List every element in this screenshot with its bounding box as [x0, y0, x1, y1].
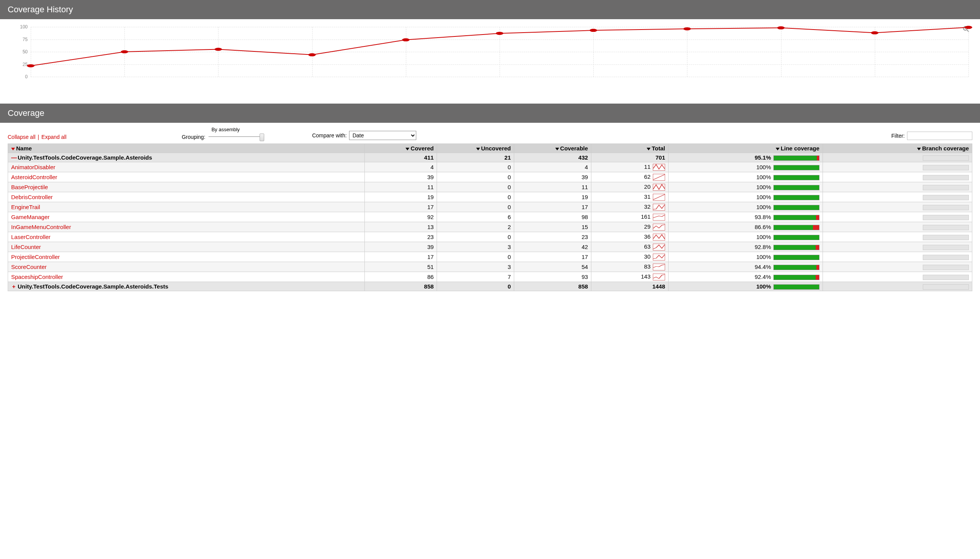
- class-link[interactable]: SpaceshipController: [11, 274, 63, 280]
- cell-branch-coverage: [822, 202, 972, 212]
- branch-bar: [923, 195, 969, 200]
- cell-covered: 19: [365, 192, 437, 202]
- cell-covered: 86: [365, 272, 437, 282]
- cell-uncovered: 0: [437, 282, 514, 291]
- svg-point-9: [871, 31, 879, 35]
- cell-uncovered: 0: [437, 162, 514, 172]
- svg-point-8: [777, 26, 785, 30]
- cell-line-coverage: 92.8%: [668, 242, 823, 252]
- col-uncovered[interactable]: Uncovered: [437, 144, 514, 153]
- class-row: ScoreCounter513548394.4%: [8, 262, 972, 272]
- class-link[interactable]: EngineTrail: [11, 204, 40, 210]
- y-tick-label: 0: [25, 74, 28, 79]
- filter-input[interactable]: [907, 132, 972, 140]
- cell-covered: 92: [365, 212, 437, 222]
- branch-bar: [923, 235, 969, 240]
- compare-select[interactable]: Date: [349, 131, 416, 140]
- grouping-slider[interactable]: [209, 133, 262, 140]
- sparkline: [653, 204, 665, 211]
- sparkline: [653, 254, 665, 261]
- cell-branch-coverage: [822, 182, 972, 192]
- grouping-label: Grouping:: [182, 134, 205, 140]
- cell-covered: 23: [365, 232, 437, 242]
- cell-line-coverage: 94.4%: [668, 262, 823, 272]
- cell-branch-coverage: [822, 242, 972, 252]
- collapse-expand-links: Collapse all | Expand all: [8, 134, 66, 140]
- cell-total: 701: [591, 153, 668, 162]
- cell-coverable: 432: [514, 153, 591, 162]
- cell-covered: 39: [365, 242, 437, 252]
- class-link[interactable]: AsteroidController: [11, 174, 57, 180]
- branch-bar: [923, 215, 969, 220]
- branch-bar: [923, 275, 969, 280]
- col-total[interactable]: Total: [591, 144, 668, 153]
- col-coverable[interactable]: Coverable: [514, 144, 591, 153]
- branch-bar: [923, 155, 969, 161]
- col-name[interactable]: Name: [8, 144, 365, 153]
- sparkline: [653, 164, 665, 171]
- coverage-bar: [773, 175, 819, 180]
- expander-icon[interactable]: —: [11, 154, 17, 161]
- cell-branch-coverage: [822, 162, 972, 172]
- cell-uncovered: 21: [437, 153, 514, 162]
- class-link[interactable]: BaseProjectile: [11, 184, 48, 190]
- class-link[interactable]: LaserController: [11, 234, 51, 240]
- svg-point-4: [402, 38, 410, 41]
- class-row: DebrisController1901931100%: [8, 192, 972, 202]
- coverage-bar: [773, 165, 819, 170]
- assembly-name: Unity.TestTools.CodeCoverage.Sample.Aste…: [18, 283, 168, 289]
- class-link[interactable]: DebrisController: [11, 194, 53, 200]
- cell-covered: 4: [365, 162, 437, 172]
- sparkline: [653, 234, 665, 241]
- class-link[interactable]: GameManager: [11, 214, 50, 220]
- col-branch-coverage[interactable]: Branch coverage: [822, 144, 972, 153]
- col-covered[interactable]: Covered: [365, 144, 437, 153]
- cell-line-coverage: 100%: [668, 172, 823, 182]
- col-line-coverage[interactable]: Line coverage: [668, 144, 823, 153]
- sparkline: [653, 174, 665, 181]
- cell-line-coverage: 100%: [668, 232, 823, 242]
- cell-branch-coverage: [822, 252, 972, 262]
- cell-covered: 411: [365, 153, 437, 162]
- cell-coverable: 17: [514, 252, 591, 262]
- class-link[interactable]: LifeCounter: [11, 244, 41, 250]
- cell-line-coverage: 100%: [668, 252, 823, 262]
- cell-line-coverage: 100%: [668, 202, 823, 212]
- cell-covered: 13: [365, 222, 437, 232]
- expander-icon[interactable]: +: [11, 283, 17, 289]
- sparkline: [653, 264, 665, 271]
- cell-total: 1448: [591, 282, 668, 291]
- class-row: LifeCounter393426392.8%: [8, 242, 972, 252]
- cell-line-coverage: 92.4%: [668, 272, 823, 282]
- coverage-bar: [773, 185, 819, 190]
- class-link[interactable]: ProjectileController: [11, 254, 60, 260]
- cell-total: 30: [591, 252, 668, 262]
- class-row: ProjectileController1701730100%: [8, 252, 972, 262]
- coverage-bar: [773, 265, 819, 270]
- collapse-all-link[interactable]: Collapse all: [8, 134, 35, 140]
- class-row: AsteroidController3903962100%: [8, 172, 972, 182]
- cell-coverable: 15: [514, 222, 591, 232]
- cell-uncovered: 2: [437, 222, 514, 232]
- cell-total: 143: [591, 272, 668, 282]
- branch-bar: [923, 225, 969, 230]
- coverage-table: Name Covered Uncovered Coverable Total L…: [8, 144, 972, 291]
- class-link[interactable]: AnimatorDisabler: [11, 164, 55, 170]
- class-link[interactable]: InGameMenuController: [11, 224, 71, 230]
- class-link[interactable]: ScoreCounter: [11, 264, 47, 270]
- y-tick-label: 100: [20, 24, 28, 30]
- controls-row: Collapse all | Expand all Grouping: By a…: [0, 123, 980, 142]
- svg-point-6: [589, 29, 597, 32]
- y-tick-label: 75: [23, 37, 28, 42]
- y-tick-label: 50: [23, 49, 28, 55]
- coverage-header: Coverage: [0, 104, 980, 123]
- cell-branch-coverage: [822, 272, 972, 282]
- expand-all-link[interactable]: Expand all: [41, 134, 66, 140]
- assembly-row: —Unity.TestTools.CodeCoverage.Sample.Ast…: [8, 153, 972, 162]
- cell-branch-coverage: [822, 262, 972, 272]
- coverage-bar: [773, 215, 819, 220]
- cell-uncovered: 0: [437, 172, 514, 182]
- svg-point-3: [308, 53, 316, 56]
- branch-bar: [923, 265, 969, 270]
- cell-covered: 17: [365, 202, 437, 212]
